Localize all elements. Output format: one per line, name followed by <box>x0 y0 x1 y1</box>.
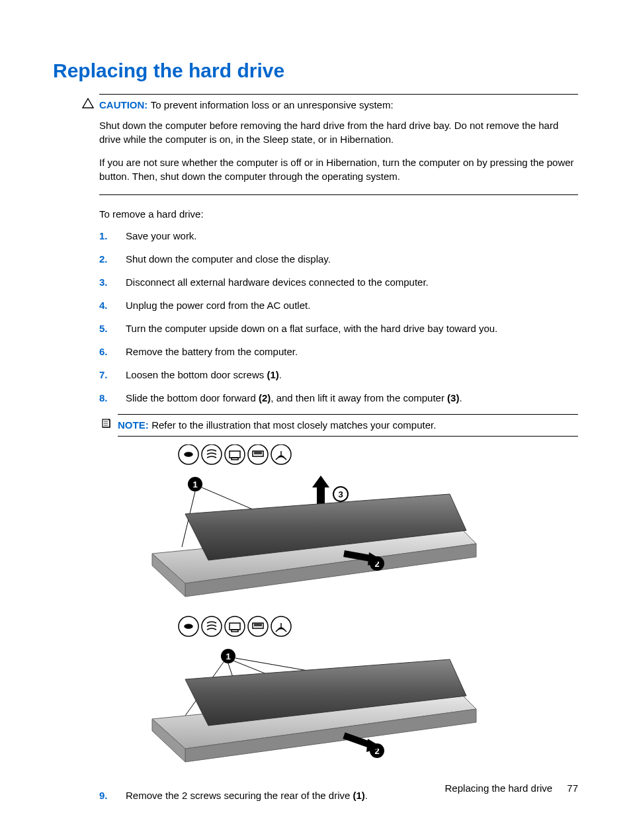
step-5: 5.Turn the computer upside down on a fla… <box>99 321 578 335</box>
page-footer: Replacing the hard drive 77 <box>445 782 578 794</box>
caution-lead: To prevent information loss or an unresp… <box>151 99 394 110</box>
svg-text:3: 3 <box>338 489 343 499</box>
note-callout: NOTE: Refer to the illustration that mos… <box>118 414 578 437</box>
caution-icon <box>82 98 94 108</box>
caution-label: CAUTION: <box>99 99 147 110</box>
step-4: 4.Unplug the power cord from the AC outl… <box>99 298 578 312</box>
steps-list: 1.Save your work. 2.Shut down the comput… <box>99 229 578 405</box>
step-6: 6.Remove the battery from the computer. <box>99 345 578 358</box>
page-heading: Replacing the hard drive <box>53 60 578 82</box>
svg-point-5 <box>185 452 192 456</box>
caution-para-1: Shut down the computer before removing t… <box>99 118 578 146</box>
caution-callout: CAUTION: To prevent information loss or … <box>99 94 578 195</box>
svg-point-29 <box>248 616 268 636</box>
svg-point-24 <box>185 624 192 628</box>
step-8: 8.Slide the bottom door forward (2), and… <box>99 391 578 405</box>
svg-point-26 <box>225 616 245 636</box>
step-3: 3.Disconnect all external hardware devic… <box>99 275 578 289</box>
step-7: 7.Loosen the bottom door screws (1). <box>99 368 578 382</box>
document-page: Replacing the hard drive CAUTION: To pre… <box>0 0 631 840</box>
step-2: 2.Shut down the computer and close the d… <box>99 252 578 266</box>
page-number: 77 <box>567 782 578 794</box>
svg-point-25 <box>202 616 222 636</box>
note-text: Refer to the illustration that most clos… <box>151 419 436 431</box>
note-icon <box>101 418 112 429</box>
footer-section: Replacing the hard drive <box>445 782 553 794</box>
laptop-diagram-icon: 1 3 <box>139 444 483 775</box>
illustration: 1 3 <box>139 444 578 775</box>
caution-para-2: If you are not sure whether the computer… <box>99 155 578 183</box>
svg-rect-9 <box>231 458 238 460</box>
note-label: NOTE: <box>118 419 149 431</box>
svg-text:1: 1 <box>226 651 230 661</box>
svg-point-7 <box>225 444 245 464</box>
svg-rect-27 <box>230 623 240 630</box>
step-1: 1.Save your work. <box>99 229 578 243</box>
svg-rect-8 <box>230 451 240 458</box>
svg-rect-28 <box>231 630 238 632</box>
svg-point-10 <box>248 444 268 464</box>
svg-point-6 <box>202 444 222 464</box>
steps-intro: To remove a hard drive: <box>99 208 578 220</box>
svg-text:1: 1 <box>192 480 197 489</box>
